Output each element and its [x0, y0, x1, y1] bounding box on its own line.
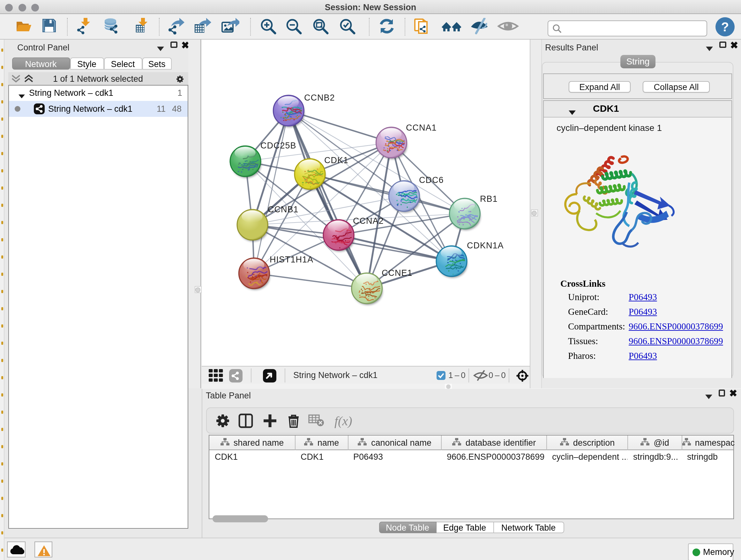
svg-text:CCNE1: CCNE1 [381, 268, 412, 278]
svg-text:RB1: RB1 [480, 194, 497, 204]
svg-text:CCNB1: CCNB1 [267, 205, 298, 214]
svg-text:CCNB2: CCNB2 [304, 93, 335, 103]
svg-text:CDKN1A: CDKN1A [467, 241, 503, 250]
svg-text:HIST1H1A: HIST1H1A [269, 255, 313, 264]
svg-text:?: ? [721, 19, 729, 34]
svg-text:CCNA1: CCNA1 [406, 123, 436, 132]
svg-text:f(x): f(x) [334, 414, 352, 428]
svg-text:CDC6: CDC6 [419, 175, 444, 185]
svg-text:CDC25B: CDC25B [260, 141, 296, 150]
svg-text:CDK1: CDK1 [324, 155, 348, 165]
svg-text:CCNA2: CCNA2 [353, 216, 384, 226]
